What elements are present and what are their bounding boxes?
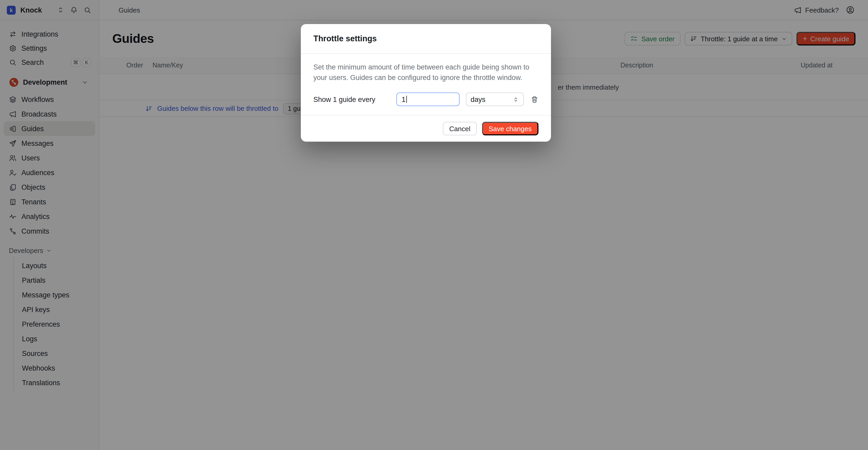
interval-unit-select[interactable]: days: [466, 92, 524, 106]
remove-throttle-button[interactable]: [531, 95, 538, 103]
save-changes-button[interactable]: Save changes: [482, 122, 538, 135]
interval-unit-value: days: [470, 95, 486, 103]
app-root: k Knock IntegrationsSettingsSearch⌘K Dev…: [0, 0, 868, 450]
text-caret: [406, 96, 407, 103]
cancel-button[interactable]: Cancel: [443, 122, 476, 135]
select-stepper-icon: [512, 96, 519, 103]
modal-title: Throttle settings: [301, 24, 551, 54]
interval-label: Show 1 guide every: [313, 95, 396, 103]
modal-description: Set the minimum amount of time between e…: [313, 62, 538, 83]
interval-value: 1: [402, 95, 406, 103]
throttle-settings-modal: Throttle settings Set the minimum amount…: [301, 24, 551, 142]
interval-value-input[interactable]: 1: [396, 92, 460, 106]
